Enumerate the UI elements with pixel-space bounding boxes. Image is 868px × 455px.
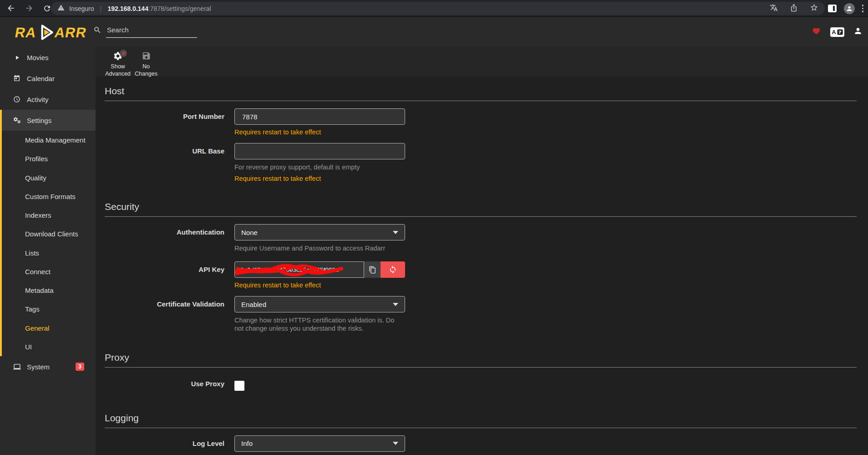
certificate-validation-hint: Change how strict HTTPS certification va… — [234, 316, 405, 332]
refresh-icon — [389, 266, 397, 274]
authentication-row: Authentication None Require Username and… — [105, 224, 857, 252]
section-title-logging: Logging — [105, 413, 857, 428]
sidebar-item-label: Movies — [27, 54, 49, 61]
system-alert-badge: 3 — [76, 363, 84, 371]
log-level-label: Log Level — [105, 435, 234, 452]
sidebar-item-general[interactable]: General — [2, 319, 96, 337]
sidebar-item-label: Activity — [27, 96, 49, 103]
use-proxy-checkbox[interactable] — [234, 381, 244, 391]
sidebar-item-ui[interactable]: UI — [2, 337, 96, 356]
browser-menu-icon[interactable] — [862, 5, 864, 12]
port-number-input[interactable] — [234, 108, 405, 125]
api-key-input[interactable]: 3a9d27c48b1f470e3c55a8105f093d — [234, 261, 364, 278]
sidebar-item-profiles[interactable]: Profiles — [2, 149, 96, 168]
reload-icon[interactable] — [43, 4, 51, 13]
log-level-select[interactable]: Info — [234, 435, 405, 452]
main-content: Show Advanced No Changes Host Port Numbe… — [96, 47, 868, 455]
sidebar-item-download-clients[interactable]: Download Clients — [2, 225, 96, 243]
port-number-label: Port Number — [105, 108, 234, 136]
security-status-label[interactable]: Inseguro — [69, 5, 94, 12]
sidebar-item-media-management[interactable]: Media Management — [2, 131, 96, 149]
logo-play-icon — [36, 22, 56, 42]
api-key-restart-warning: Requires restart to take effect — [234, 281, 405, 289]
url-base-restart-warning: Requires restart to take effect — [234, 175, 405, 182]
log-level-row: Log Level Info — [105, 435, 857, 452]
address-bar[interactable]: Inseguro | 192.168.0.144 :7878/settings/… — [51, 2, 825, 15]
port-restart-warning: Requires restart to take effect — [234, 128, 405, 136]
sidebar: Movies Calendar Activity Settings Media … — [0, 47, 96, 455]
sidebar-item-settings[interactable]: Settings — [2, 110, 96, 131]
use-proxy-label: Use Proxy — [105, 378, 234, 391]
api-key-label: API Key — [105, 261, 234, 289]
back-icon[interactable] — [6, 4, 15, 13]
authentication-select[interactable]: None — [234, 224, 405, 240]
chevron-down-icon — [393, 442, 398, 445]
not-secure-warning-icon — [57, 4, 65, 13]
copy-icon — [369, 266, 376, 274]
certificate-validation-select[interactable]: Enabled — [234, 296, 405, 312]
translate-icon[interactable] — [770, 4, 778, 14]
sidebar-item-movies[interactable]: Movies — [0, 47, 96, 68]
section-title-proxy: Proxy — [105, 352, 857, 368]
certificate-validation-row: Certificate Validation Enabled Change ho… — [105, 296, 857, 332]
api-key-row: API Key 3a9d27c48b1f470e3c55a8105f093d — [105, 261, 857, 289]
browser-toolbar: Inseguro | 192.168.0.144 :7878/settings/… — [0, 0, 868, 17]
logo-text-left: RA — [14, 26, 37, 40]
side-panel-icon[interactable] — [828, 5, 837, 12]
show-advanced-button[interactable]: Show Advanced — [104, 47, 132, 77]
authentication-hint: Require Username and Password to access … — [234, 244, 405, 252]
play-icon — [12, 54, 21, 61]
gear-x-icon — [113, 51, 123, 62]
url-base-input[interactable] — [234, 143, 405, 159]
page-translate-icon[interactable]: A — [830, 27, 844, 37]
use-proxy-row: Use Proxy — [105, 378, 857, 391]
sidebar-item-metadata[interactable]: Metadata — [2, 281, 96, 300]
chevron-down-icon — [393, 231, 398, 234]
certificate-validation-label: Certificate Validation — [105, 296, 234, 332]
sidebar-item-custom-formats[interactable]: Custom Formats — [2, 187, 96, 206]
search-icon — [93, 26, 102, 36]
radarr-logo[interactable]: RA ARR — [15, 22, 86, 42]
laptop-icon — [12, 363, 21, 371]
sidebar-item-system[interactable]: System 3 — [0, 356, 96, 377]
search-input[interactable] — [106, 24, 197, 38]
no-changes-button[interactable]: No Changes — [132, 47, 160, 77]
bookmark-star-icon[interactable] — [810, 3, 818, 14]
section-title-security: Security — [105, 201, 857, 217]
sidebar-item-label: System — [27, 363, 50, 371]
save-icon — [142, 51, 151, 62]
address-separator: | — [100, 5, 102, 12]
copy-api-key-button[interactable] — [364, 261, 381, 278]
sidebar-item-tags[interactable]: Tags — [2, 300, 96, 318]
app-header: RA ARR A — [0, 17, 868, 47]
share-icon[interactable] — [790, 4, 798, 14]
sidebar-item-label: Settings — [27, 117, 51, 124]
regenerate-api-key-button[interactable] — [381, 261, 405, 278]
sidebar-item-quality[interactable]: Quality — [2, 169, 96, 187]
url-host[interactable]: 192.168.0.144 — [107, 5, 148, 12]
calendar-icon — [12, 75, 21, 82]
sidebar-item-activity[interactable]: Activity — [0, 89, 96, 110]
authentication-label: Authentication — [105, 224, 234, 252]
sidebar-item-label: Calendar — [27, 75, 55, 82]
advanced-off-badge — [120, 50, 127, 57]
port-number-row: Port Number Requires restart to take eff… — [105, 108, 857, 136]
section-title-host: Host — [105, 86, 857, 101]
sidebar-item-lists[interactable]: Lists — [2, 244, 96, 262]
url-base-label: URL Base — [105, 143, 234, 182]
url-base-row: URL Base For reverse proxy support, defa… — [105, 143, 857, 182]
url-path[interactable]: :7878/settings/general — [148, 5, 211, 12]
user-icon[interactable] — [853, 26, 863, 37]
sidebar-item-calendar[interactable]: Calendar — [0, 68, 96, 89]
settings-toolbar: Show Advanced No Changes — [96, 47, 868, 77]
gears-icon — [12, 117, 21, 124]
chevron-down-icon — [393, 303, 398, 306]
sidebar-item-connect[interactable]: Connect — [2, 262, 96, 281]
donate-heart-icon[interactable] — [812, 27, 821, 37]
forward-icon[interactable] — [25, 4, 34, 13]
url-base-hint: For reverse proxy support, default is em… — [234, 163, 405, 171]
logo-text-right: ARR — [53, 26, 88, 40]
browser-profile-avatar[interactable] — [844, 3, 855, 14]
sidebar-item-indexers[interactable]: Indexers — [2, 206, 96, 225]
clock-icon — [12, 96, 21, 103]
